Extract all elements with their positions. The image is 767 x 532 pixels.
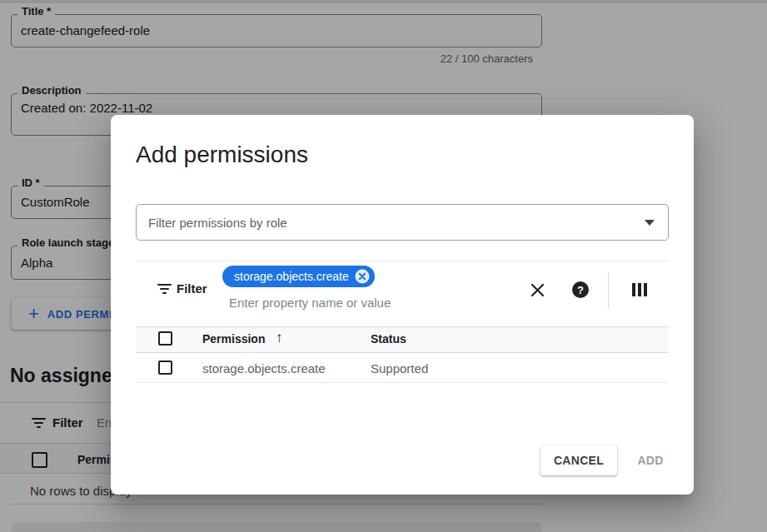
cancel-button-label: CANCEL — [554, 454, 604, 467]
sort-ascending-icon[interactable]: ↑ — [276, 330, 283, 346]
top-shadow — [0, 0, 767, 3]
column-permission[interactable]: Permission — [202, 332, 265, 346]
add-button-label: ADD — [637, 454, 663, 467]
dialog-filter-input[interactable] — [229, 296, 446, 310]
clear-filters-icon[interactable] — [527, 280, 547, 300]
row-status: Supported — [371, 361, 428, 375]
role-filter-select-value: Filter permissions by role — [148, 216, 645, 230]
add-permissions-dialog: Add permissions Filter permissions by ro… — [111, 115, 694, 495]
filter-chip[interactable]: storage.objects.create — [222, 266, 375, 287]
role-filter-select[interactable]: Filter permissions by role — [136, 204, 669, 241]
help-icon[interactable]: ? — [570, 280, 590, 300]
dropdown-caret-icon — [645, 220, 655, 226]
toolbar-divider — [608, 272, 609, 309]
row-permission: storage.objects.create — [202, 361, 326, 375]
dialog-title: Add permissions — [136, 142, 308, 168]
filter-chip-label: storage.objects.create — [234, 270, 349, 283]
toolbar-top-border — [136, 261, 669, 261]
row-checkbox[interactable] — [158, 360, 172, 375]
filter-icon — [157, 284, 172, 296]
cancel-button[interactable]: CANCEL — [540, 445, 617, 475]
add-button[interactable]: ADD — [625, 445, 675, 475]
dialog-filter-label: Filter — [177, 281, 207, 296]
select-all-checkbox[interactable] — [158, 331, 172, 346]
screen: Title * create-changefeed-role 22 / 100 … — [0, 0, 767, 532]
chip-remove-icon[interactable] — [355, 269, 370, 284]
column-status[interactable]: Status — [371, 332, 406, 346]
column-display-icon[interactable] — [630, 280, 650, 300]
